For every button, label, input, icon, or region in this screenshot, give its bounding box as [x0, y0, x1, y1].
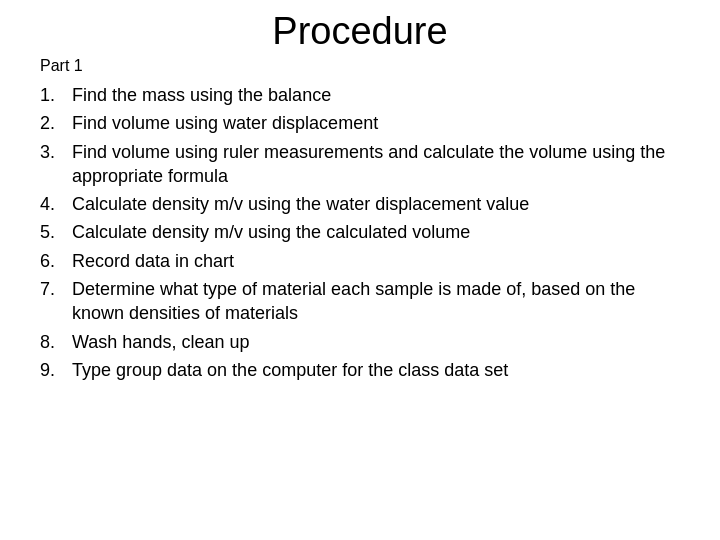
step-text: Wash hands, clean up: [72, 330, 680, 354]
page: Procedure Part 1 1.Find the mass using t…: [0, 0, 720, 540]
step-number: 9.: [40, 358, 72, 382]
step-text: Type group data on the computer for the …: [72, 358, 680, 382]
step-number: 3.: [40, 140, 72, 164]
step-text: Find volume using water displacement: [72, 111, 680, 135]
step-text: Determine what type of material each sam…: [72, 277, 680, 326]
step-text: Calculate density m/v using the calculat…: [72, 220, 680, 244]
step-number: 2.: [40, 111, 72, 135]
list-item: 3.Find volume using ruler measurements a…: [40, 140, 680, 189]
step-number: 6.: [40, 249, 72, 273]
part-label: Part 1: [40, 57, 680, 75]
list-item: 7.Determine what type of material each s…: [40, 277, 680, 326]
step-number: 7.: [40, 277, 72, 301]
step-number: 5.: [40, 220, 72, 244]
steps-list: 1.Find the mass using the balance2.Find …: [40, 83, 680, 386]
list-item: 4.Calculate density m/v using the water …: [40, 192, 680, 216]
list-item: 1.Find the mass using the balance: [40, 83, 680, 107]
list-item: 2.Find volume using water displacement: [40, 111, 680, 135]
step-number: 8.: [40, 330, 72, 354]
step-text: Find volume using ruler measurements and…: [72, 140, 680, 189]
list-item: 6.Record data in chart: [40, 249, 680, 273]
page-title: Procedure: [40, 10, 680, 53]
list-item: 5.Calculate density m/v using the calcul…: [40, 220, 680, 244]
step-text: Find the mass using the balance: [72, 83, 680, 107]
list-item: 8.Wash hands, clean up: [40, 330, 680, 354]
step-text: Calculate density m/v using the water di…: [72, 192, 680, 216]
step-number: 1.: [40, 83, 72, 107]
step-number: 4.: [40, 192, 72, 216]
list-item: 9.Type group data on the computer for th…: [40, 358, 680, 382]
step-text: Record data in chart: [72, 249, 680, 273]
